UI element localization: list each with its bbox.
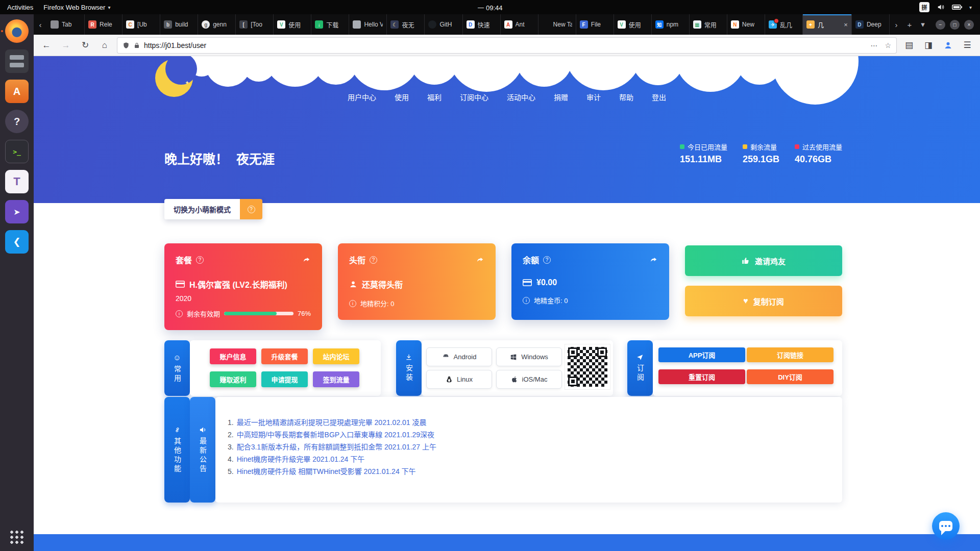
tab-scroll-left-button[interactable]: ‹ xyxy=(34,14,47,35)
activities-button[interactable]: Activities xyxy=(7,4,33,11)
browser-tab[interactable]: ▦常用 xyxy=(690,14,727,35)
nav-item-user-center[interactable]: 用户中心 xyxy=(348,92,376,102)
announcement-link[interactable]: 中高短期/中等長期套餐新增BGP入口華東專線 2021.01.29深夜 xyxy=(237,429,434,441)
browser-tab[interactable]: Tab xyxy=(47,14,85,35)
browser-tab[interactable]: ☾夜无 xyxy=(387,14,425,35)
list-tabs-button[interactable]: ▾ xyxy=(916,14,929,35)
new-tab-button[interactable]: + xyxy=(903,14,916,35)
diy-subscription-button[interactable]: DIY订阅 xyxy=(747,369,834,384)
tab-latest-news[interactable]: 最新公告 xyxy=(190,397,215,503)
browser-tab[interactable]: DDeep xyxy=(852,14,890,35)
share-icon[interactable] xyxy=(476,256,484,263)
browser-tab[interactable]: GitH xyxy=(425,14,462,35)
announcement-link[interactable]: Hinet機房硬件升級 相關TWHinet受影響 2021.01.24 下午 xyxy=(237,465,416,478)
checkin-traffic-button[interactable]: 签到流量 xyxy=(313,371,359,387)
reset-subscription-button[interactable]: 重置订阅 xyxy=(658,369,745,384)
account-info-button[interactable]: 账户信息 xyxy=(210,348,256,364)
input-method-indicator[interactable]: 拼 xyxy=(919,2,929,12)
share-icon[interactable] xyxy=(650,256,658,263)
invite-friends-button[interactable]: 邀请鸡友 xyxy=(685,245,842,276)
browser-tab[interactable]: AAnt xyxy=(501,14,538,35)
share-icon[interactable] xyxy=(303,256,311,263)
announcement-link[interactable]: 配合3.1新版本升級，所有餘額調整到抵扣金幣 2021.01.27 上午 xyxy=(237,441,436,453)
bookmark-star-icon[interactable]: ☆ xyxy=(885,41,891,49)
tab-common[interactable]: ☺ 常用 xyxy=(164,340,190,396)
nav-item-donate[interactable]: 捐赠 xyxy=(554,92,568,102)
dock-text-editor-icon[interactable]: T xyxy=(5,170,29,193)
browser-tab-active[interactable]: ✦几× xyxy=(803,14,852,35)
mode-toggle-button[interactable]: 切换为小萌新模式 ? xyxy=(164,199,262,219)
shield-icon[interactable] xyxy=(122,41,130,49)
help-icon[interactable]: ? xyxy=(543,256,551,264)
tab-close-button[interactable]: × xyxy=(844,21,848,29)
maximize-button[interactable]: □ xyxy=(950,20,960,30)
url-bar[interactable]: https://j01.best/user ⋯ ☆ xyxy=(117,38,896,53)
sidebar-icon[interactable]: ◨ xyxy=(922,40,935,51)
browser-tab[interactable]: NNew xyxy=(727,14,765,35)
dock-ubuntu-software-icon[interactable]: A xyxy=(5,80,29,103)
os-windows-button[interactable]: Windows xyxy=(496,347,562,366)
library-icon[interactable]: ▤ xyxy=(902,40,916,51)
dock-terminal-icon[interactable]: >_ xyxy=(5,140,29,163)
browser-tab[interactable]: New Tab xyxy=(538,14,576,35)
nav-item-audit[interactable]: 审计 xyxy=(586,92,601,102)
dock-firefox-icon[interactable] xyxy=(5,19,29,43)
withdraw-button[interactable]: 申请提现 xyxy=(261,371,308,387)
home-button[interactable]: ⌂ xyxy=(98,40,111,51)
clock-button[interactable]: 一 09:44 xyxy=(477,3,502,12)
app-subscribe-button[interactable]: APP订阅 xyxy=(658,347,745,362)
tab-install[interactable]: 安装 xyxy=(396,340,422,396)
chat-widget-button[interactable] xyxy=(932,512,960,540)
browser-tab[interactable]: [[Too xyxy=(236,14,274,35)
subscribe-link-button[interactable]: 订阅链接 xyxy=(747,347,834,362)
back-button[interactable]: ← xyxy=(40,40,53,51)
browser-tab[interactable]: RRele xyxy=(85,14,122,35)
nav-item-usage[interactable]: 使用 xyxy=(395,92,409,102)
menu-icon[interactable]: ☰ xyxy=(961,40,974,51)
os-android-button[interactable]: Android xyxy=(426,347,492,366)
dock-vscode-icon[interactable]: ❮ xyxy=(5,230,29,254)
nav-item-subscribe-center[interactable]: 订阅中心 xyxy=(460,92,488,102)
nav-item-activity-center[interactable]: 活动中心 xyxy=(507,92,535,102)
nav-item-welfare[interactable]: 福利 xyxy=(427,92,442,102)
battery-icon[interactable] xyxy=(952,4,962,10)
copy-subscription-button[interactable]: ♥ 复制订阅 xyxy=(685,286,842,316)
nav-item-logout[interactable]: 登出 xyxy=(652,92,666,102)
tab-scroll-right-button[interactable]: › xyxy=(890,14,903,35)
reload-button[interactable]: ↻ xyxy=(79,40,92,51)
help-icon[interactable]: ? xyxy=(196,256,204,264)
os-ios-mac-button[interactable]: iOS/Mac xyxy=(496,370,562,389)
announcement-link[interactable]: Hinet機房硬件升級完畢 2021.01.24 下午 xyxy=(237,453,365,465)
browser-tab[interactable]: ggenn xyxy=(198,14,236,35)
minimize-button[interactable]: − xyxy=(936,20,945,30)
dock-files-icon[interactable] xyxy=(5,49,29,73)
dock-help-icon[interactable]: ? xyxy=(5,110,29,133)
nav-item-help[interactable]: 帮助 xyxy=(619,92,633,102)
tab-subscribe[interactable]: 订阅 xyxy=(627,340,653,396)
tab-other-features[interactable]: 其他功能 xyxy=(164,397,190,503)
browser-tab[interactable]: 知npm xyxy=(652,14,690,35)
browser-tab[interactable]: FFile xyxy=(576,14,614,35)
announcement-link[interactable]: 最近一批地精邀請返利提現已提現處理完畢 2021.02.01 凌晨 xyxy=(237,416,427,429)
close-button[interactable]: × xyxy=(964,20,974,30)
dock-show-applications-button[interactable] xyxy=(9,530,24,545)
volume-icon[interactable] xyxy=(937,4,945,11)
os-linux-button[interactable]: Linux xyxy=(426,370,492,389)
earn-rebate-button[interactable]: 赚取返利 xyxy=(210,371,256,387)
browser-tab[interactable]: Hello Vu xyxy=(349,14,387,35)
forward-button[interactable]: → xyxy=(59,40,72,51)
app-menu-button[interactable]: Firefox Web Browser ▾ xyxy=(43,4,110,11)
browser-tab[interactable]: V使用 xyxy=(274,14,311,35)
forum-button[interactable]: 站内论坛 xyxy=(313,348,359,364)
browser-tab[interactable]: D快速 xyxy=(463,14,501,35)
help-icon[interactable]: ? xyxy=(370,256,377,264)
upgrade-plan-button[interactable]: 升级套餐 xyxy=(261,348,308,364)
browser-tab[interactable]: ↓下载 xyxy=(311,14,349,35)
account-icon[interactable] xyxy=(941,41,954,49)
browser-tab[interactable]: V使用 xyxy=(614,14,652,35)
dock-builder-icon[interactable]: ➤ xyxy=(5,200,29,223)
system-menu-chevron-icon[interactable]: ▾ xyxy=(969,5,972,10)
browser-tab[interactable]: C[Ub xyxy=(122,14,160,35)
lock-icon[interactable] xyxy=(134,42,140,49)
page-actions-icon[interactable]: ⋯ xyxy=(870,41,877,49)
